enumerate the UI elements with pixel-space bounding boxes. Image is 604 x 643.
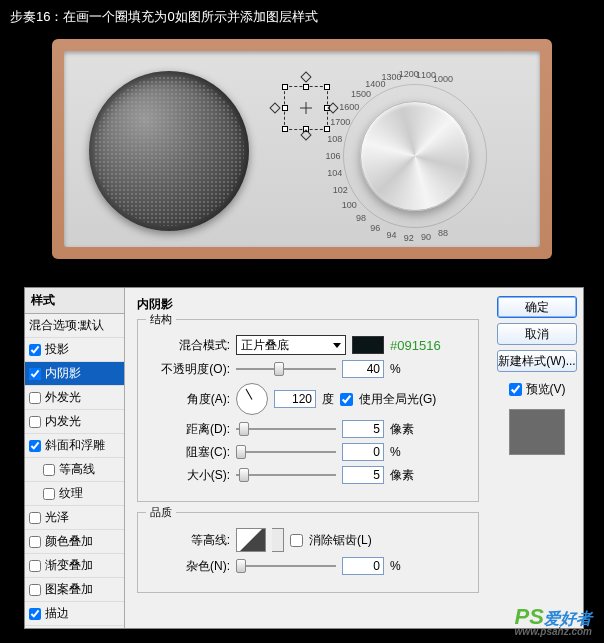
style-checkbox[interactable] xyxy=(29,368,41,380)
dial-number: 102 xyxy=(333,185,348,195)
degree-unit: 度 xyxy=(322,391,334,408)
choke-input[interactable] xyxy=(342,443,384,461)
global-light-checkbox[interactable] xyxy=(340,393,353,406)
preview-label: 预览(V) xyxy=(526,381,566,398)
style-checkbox[interactable] xyxy=(29,512,41,524)
style-checkbox[interactable] xyxy=(29,560,41,572)
settings-panel: 内阴影 结构 混合模式: 正片叠底 #091516 不透明度(O): % 角度(… xyxy=(125,288,491,628)
size-input[interactable] xyxy=(342,466,384,484)
handle-tl[interactable] xyxy=(282,84,288,90)
ok-button[interactable]: 确定 xyxy=(497,296,577,318)
dial-number: 108 xyxy=(327,134,342,144)
style-label: 内发光 xyxy=(45,413,81,430)
center-point-icon[interactable] xyxy=(300,102,312,114)
style-checkbox[interactable] xyxy=(29,416,41,428)
structure-group: 结构 混合模式: 正片叠底 #091516 不透明度(O): % 角度(A): xyxy=(137,319,479,502)
opacity-input[interactable] xyxy=(342,360,384,378)
dial-number: 1500 xyxy=(351,89,371,99)
contour-picker[interactable] xyxy=(236,528,266,552)
antialias-checkbox[interactable] xyxy=(290,534,303,547)
style-checkbox[interactable] xyxy=(43,464,55,476)
knob xyxy=(360,101,470,211)
distance-slider[interactable] xyxy=(236,420,336,438)
angle-label: 角度(A): xyxy=(150,391,230,408)
style-item-内发光[interactable]: 内发光 xyxy=(25,410,124,434)
cancel-button[interactable]: 取消 xyxy=(497,323,577,345)
speaker-grille xyxy=(89,71,249,231)
anchor-top xyxy=(300,71,311,82)
style-item-内阴影[interactable]: 内阴影 xyxy=(25,362,124,386)
style-label: 渐变叠加 xyxy=(45,557,93,574)
size-slider[interactable] xyxy=(236,466,336,484)
style-checkbox[interactable] xyxy=(29,584,41,596)
new-style-button[interactable]: 新建样式(W)... xyxy=(497,350,577,372)
px-unit2: 像素 xyxy=(390,467,414,484)
dial-number: 90 xyxy=(421,232,431,242)
radio-panel: 8890929496981001021041061081700160015001… xyxy=(64,51,540,247)
chevron-down-icon xyxy=(333,343,341,348)
dial-number: 88 xyxy=(438,228,448,238)
quality-group: 品质 等高线: 消除锯齿(L) 杂色(N): % xyxy=(137,512,479,593)
style-label: 描边 xyxy=(45,605,69,622)
dialog-buttons: 确定 取消 新建样式(W)... 预览(V) xyxy=(491,288,583,628)
anchor-left xyxy=(269,102,280,113)
blend-mode-select[interactable]: 正片叠底 xyxy=(236,335,346,355)
opacity-label: 不透明度(O): xyxy=(150,361,230,378)
percent-unit3: % xyxy=(390,559,401,573)
handle-ml[interactable] xyxy=(282,105,288,111)
tuning-dial: 8890929496981001021041061081700160015001… xyxy=(315,61,515,241)
percent-unit2: % xyxy=(390,445,401,459)
style-item-纹理[interactable]: 纹理 xyxy=(25,482,124,506)
px-unit: 像素 xyxy=(390,421,414,438)
contour-dropdown[interactable] xyxy=(272,528,284,552)
style-checkbox[interactable] xyxy=(29,536,41,548)
choke-slider[interactable] xyxy=(236,443,336,461)
style-checkbox[interactable] xyxy=(43,488,55,500)
handle-bl[interactable] xyxy=(282,126,288,132)
style-checkbox[interactable] xyxy=(29,608,41,620)
dial-number: 1000 xyxy=(433,74,453,84)
structure-legend: 结构 xyxy=(146,312,176,327)
style-item-图案叠加[interactable]: 图案叠加 xyxy=(25,578,124,602)
global-light-label: 使用全局光(G) xyxy=(359,391,436,408)
watermark: PS爱好者 www.psahz.com xyxy=(515,604,592,637)
antialias-label: 消除锯齿(L) xyxy=(309,532,372,549)
style-item-渐变叠加[interactable]: 渐变叠加 xyxy=(25,554,124,578)
style-item-光泽[interactable]: 光泽 xyxy=(25,506,124,530)
style-item-描边[interactable]: 描边 xyxy=(25,602,124,626)
style-item-颜色叠加[interactable]: 颜色叠加 xyxy=(25,530,124,554)
dial-number: 1600 xyxy=(339,102,359,112)
style-item-斜面和浮雕[interactable]: 斜面和浮雕 xyxy=(25,434,124,458)
blend-options-row[interactable]: 混合选项:默认 xyxy=(25,314,124,338)
style-item-投影[interactable]: 投影 xyxy=(25,338,124,362)
dial-number: 104 xyxy=(327,168,342,178)
style-item-等高线[interactable]: 等高线 xyxy=(25,458,124,482)
style-label: 颜色叠加 xyxy=(45,533,93,550)
style-label: 外发光 xyxy=(45,389,81,406)
styles-header: 样式 xyxy=(25,288,124,314)
angle-input[interactable] xyxy=(274,390,316,408)
blend-options-label: 混合选项:默认 xyxy=(29,317,104,334)
handle-tm[interactable] xyxy=(303,84,309,90)
noise-input[interactable] xyxy=(342,557,384,575)
dial-number: 94 xyxy=(386,230,396,240)
percent-unit: % xyxy=(390,362,401,376)
style-checkbox[interactable] xyxy=(29,440,41,452)
preview-swatch xyxy=(509,409,565,455)
opacity-slider[interactable] xyxy=(236,360,336,378)
dial-number: 96 xyxy=(370,223,380,233)
style-label: 投影 xyxy=(45,341,69,358)
distance-input[interactable] xyxy=(342,420,384,438)
shadow-color-swatch[interactable] xyxy=(352,336,384,354)
preview-checkbox[interactable] xyxy=(509,383,522,396)
contour-label: 等高线: xyxy=(150,532,230,549)
angle-dial[interactable] xyxy=(236,383,268,415)
noise-slider[interactable] xyxy=(236,557,336,575)
dial-number: 106 xyxy=(325,151,340,161)
step-caption: 步奏16：在画一个圈填充为0如图所示并添加图层样式 xyxy=(0,0,604,34)
style-checkbox[interactable] xyxy=(29,344,41,356)
style-checkbox[interactable] xyxy=(29,392,41,404)
style-label: 内阴影 xyxy=(45,365,81,382)
style-item-外发光[interactable]: 外发光 xyxy=(25,386,124,410)
choke-label: 阻塞(C): xyxy=(150,444,230,461)
